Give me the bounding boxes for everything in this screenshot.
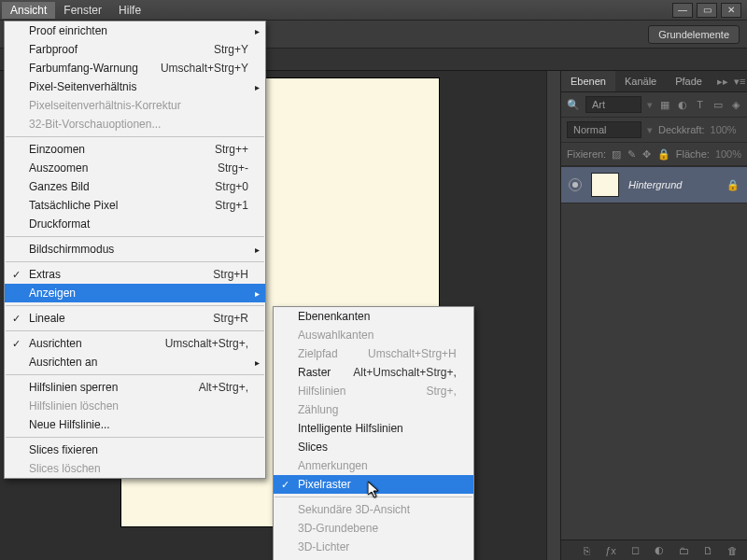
view-menu-item[interactable]: EinzoomenStrg++ [5, 140, 265, 159]
view-menu-item[interactable]: Bildschirmmodus [5, 240, 265, 259]
menubar-item-view[interactable]: Ansicht [2, 2, 55, 19]
link-layers-icon[interactable]: ⎘ [579, 543, 594, 558]
new-group-icon[interactable]: 🗀 [676, 543, 691, 558]
panel-collapse-icon[interactable]: ▸▸ [717, 76, 728, 88]
menu-item-shortcut: Strg+R [213, 312, 248, 325]
menu-item-label: Hilfslinien sperren [29, 381, 176, 394]
menu-separator [6, 236, 264, 237]
view-menu-item: Pixelseitenverhältnis-Korrektur [5, 96, 265, 115]
lock-all-icon[interactable]: 🔒 [657, 147, 670, 161]
menu-item-label: Hilfslinien [298, 385, 403, 398]
view-menu-item[interactable]: Proof einrichten [5, 21, 265, 40]
menu-item-label: Pixel-Seitenverhältnis [29, 80, 248, 93]
show-submenu-item[interactable]: Slices [274, 438, 473, 456]
view-menu-item[interactable]: Anzeigen [5, 284, 265, 302]
workspace-switcher[interactable]: Grundelemente [648, 25, 740, 44]
layer-filter-kind[interactable]: Art [585, 96, 641, 113]
show-submenu-item[interactable]: Pixelraster [274, 475, 473, 494]
tab-paths[interactable]: Pfade [666, 71, 712, 91]
window-minimize-button[interactable]: ― [672, 3, 693, 18]
window-close-button[interactable]: ✕ [721, 3, 741, 18]
layer-mask-icon[interactable]: ◻ [627, 543, 642, 558]
new-layer-icon[interactable]: 🗋 [700, 543, 715, 558]
filter-smart-icon[interactable]: ◈ [729, 97, 741, 112]
show-submenu-item[interactable]: RasterAlt+Umschalt+Strg+, [274, 363, 473, 382]
menu-item-label: Farbproof [29, 43, 191, 56]
panel-menu-icon[interactable]: ▾≡ [734, 76, 745, 88]
layer-style-icon[interactable]: ƒx [603, 543, 618, 558]
lock-pixels-icon[interactable]: ✎ [627, 147, 636, 161]
view-menu-item[interactable]: FarbproofStrg+Y [5, 40, 265, 59]
menu-item-shortcut: Strg+0 [215, 180, 248, 193]
tab-channels[interactable]: Kanäle [615, 71, 666, 91]
adjustment-layer-icon[interactable]: ◐ [652, 543, 667, 558]
view-menu-item[interactable]: AuszoomenStrg+- [5, 159, 265, 177]
filter-type-icon[interactable]: T [694, 97, 706, 112]
layer-row[interactable]: Hintergrund 🔒 [561, 166, 747, 203]
menu-separator [275, 497, 472, 497]
view-menu-item[interactable]: Ganzes BildStrg+0 [5, 177, 265, 196]
fill-label: Fläche: [676, 148, 710, 160]
filter-shape-icon[interactable]: ▭ [712, 97, 724, 112]
show-submenu-item: HilfslinienStrg+, [274, 382, 473, 400]
menu-item-shortcut: Umschalt+Strg+H [368, 347, 457, 360]
view-menu-item[interactable]: Ausrichten an [5, 353, 265, 371]
menu-item-shortcut: Strg++ [215, 143, 248, 156]
menu-separator [6, 330, 264, 331]
menu-separator [6, 136, 264, 137]
visibility-toggle-icon[interactable] [569, 178, 582, 191]
fill-value[interactable]: 100% [715, 148, 741, 160]
view-menu-item[interactable]: Slices fixieren [5, 441, 265, 459]
view-menu-item[interactable]: Neue Hilfslinie... [5, 415, 265, 434]
filter-adjust-icon[interactable]: ◐ [676, 97, 688, 112]
menu-item-label: Ganzes Bild [29, 180, 192, 193]
delete-layer-icon[interactable]: 🗑 [725, 543, 740, 558]
menubar-item-window[interactable]: Fenster [55, 2, 110, 19]
menu-item-label: Extras [29, 268, 190, 281]
view-menu-item[interactable]: ExtrasStrg+H [5, 265, 265, 284]
view-menu-item[interactable]: Tatsächliche PixelStrg+1 [5, 196, 265, 215]
menu-item-label: Pixelseitenverhältnis-Korrektur [29, 99, 248, 112]
show-submenu-item: Auswahlkanten [274, 326, 473, 344]
show-submenu-item: ZielpfadUmschalt+Strg+H [274, 344, 473, 363]
opacity-label: Deckkraft: [658, 124, 705, 135]
opacity-value[interactable]: 100% [711, 124, 737, 135]
filter-pixel-icon[interactable]: ▦ [658, 97, 670, 112]
layer-thumbnail[interactable] [591, 173, 619, 197]
menu-item-label: 3D-Lichter [298, 540, 457, 553]
menu-item-label: Ausrichten [29, 337, 143, 350]
menu-item-shortcut: Strg+H [213, 268, 248, 281]
search-icon[interactable]: 🔍 [567, 99, 580, 111]
menu-item-label: Sekundäre 3D-Ansicht [298, 503, 457, 516]
lock-transparent-icon[interactable]: ▨ [612, 147, 621, 161]
show-submenu-item: 3D-Grundebene [274, 519, 473, 538]
menu-item-label: Slices fixieren [29, 443, 248, 456]
blend-mode-select[interactable]: Normal [567, 121, 641, 138]
menu-item-label: Slices [298, 441, 457, 454]
menu-item-label: Intelligente Hilfslinien [298, 422, 457, 435]
menu-separator [6, 374, 264, 375]
view-menu-item[interactable]: Hilfslinien sperrenAlt+Strg+, [5, 378, 265, 397]
menu-item-label: Tatsächliche Pixel [29, 199, 192, 212]
lock-position-icon[interactable]: ✥ [642, 147, 652, 161]
view-menu-item[interactable]: Druckformat [5, 215, 265, 233]
show-submenu-item[interactable]: Intelligente Hilfslinien [274, 419, 473, 438]
view-menu-item[interactable]: Farbumfang-WarnungUmschalt+Strg+Y [5, 59, 265, 77]
menu-separator [6, 437, 264, 438]
show-submenu-item: Sekundäre 3D-Ansicht [274, 500, 473, 519]
tab-layers[interactable]: Ebenen [561, 71, 615, 91]
show-submenu-item[interactable]: Ebenenkanten [274, 307, 473, 326]
menu-item-shortcut: Strg+, [426, 385, 456, 398]
lock-icon[interactable]: 🔒 [726, 179, 740, 191]
menu-item-label: Farbumfang-Warnung [29, 62, 138, 75]
view-menu-item[interactable]: Pixel-Seitenverhältnis [5, 77, 265, 96]
view-menu-item[interactable]: AusrichtenUmschalt+Strg+, [5, 334, 265, 353]
layer-name[interactable]: Hintergrund [628, 179, 717, 190]
view-menu-item[interactable]: LinealeStrg+R [5, 309, 265, 328]
window-maximize-button[interactable]: ▭ [697, 3, 717, 18]
menubar-item-help[interactable]: Hilfe [110, 2, 149, 19]
view-menu-item: Hilfslinien löschen [5, 397, 265, 415]
menu-item-shortcut: Strg+Y [214, 43, 248, 56]
menu-item-label: Auszoomen [29, 161, 195, 175]
view-menu: Proof einrichtenFarbproofStrg+YFarbumfan… [4, 21, 266, 479]
